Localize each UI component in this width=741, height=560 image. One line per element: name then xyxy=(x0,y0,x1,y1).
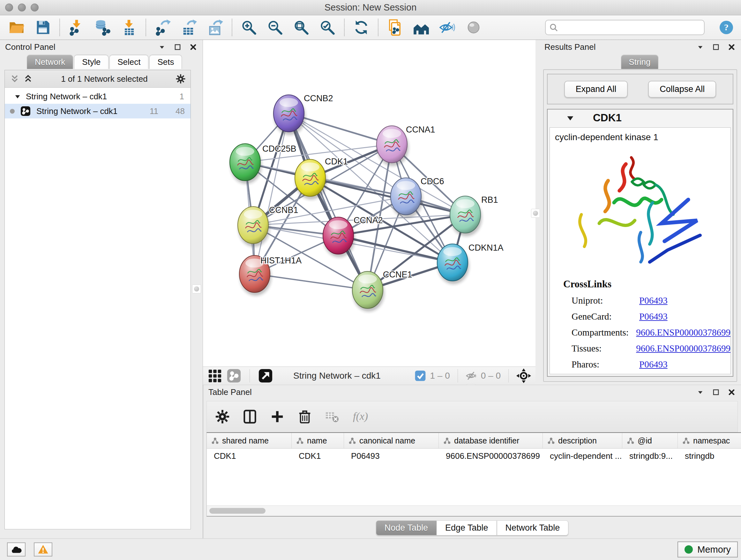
memory-button[interactable]: Memory xyxy=(677,542,738,557)
network-collection-row[interactable]: String Network – cdk1 1 xyxy=(5,88,191,104)
results-panel-minimize-icon[interactable] xyxy=(696,43,704,51)
table-cell[interactable]: cyclin-dependent ... xyxy=(543,451,622,461)
table-settings-icon[interactable] xyxy=(215,409,230,424)
minimize-window-button[interactable] xyxy=(18,3,26,11)
column-header-namespac[interactable]: namespac xyxy=(678,433,741,448)
tab-edge-table[interactable]: Edge Table xyxy=(436,520,497,536)
left-splitter-grip[interactable] xyxy=(192,285,201,294)
import-table-icon[interactable] xyxy=(121,19,137,36)
import-network-icon[interactable] xyxy=(68,19,85,36)
table-panel-float-icon[interactable] xyxy=(712,388,720,396)
hidden-eye-icon[interactable] xyxy=(466,370,477,381)
edge-CCNB2-HIST1H1A[interactable] xyxy=(255,113,289,274)
tree-expand-icon[interactable] xyxy=(14,93,21,100)
hide-selected-icon[interactable] xyxy=(439,19,456,36)
protein-section-header[interactable]: CDK1 xyxy=(548,110,733,126)
section-collapse-icon[interactable] xyxy=(566,114,575,122)
node-HIST1H1A[interactable]: HIST1H1A xyxy=(239,255,301,296)
search-input[interactable] xyxy=(558,22,701,33)
table-cell[interactable]: stringdb xyxy=(678,451,741,461)
share-view-icon[interactable] xyxy=(226,368,241,383)
zoom-in-icon[interactable] xyxy=(241,19,257,36)
column-header-description[interactable]: description xyxy=(543,433,622,448)
zoom-out-icon[interactable] xyxy=(267,19,283,36)
node-CCNE1[interactable]: CCNE1 xyxy=(352,270,412,312)
node-CCNA1[interactable]: CCNA1 xyxy=(377,125,435,166)
column-header--id[interactable]: @id xyxy=(622,433,678,448)
scrollbar-thumb[interactable] xyxy=(209,508,266,514)
navigator-icon[interactable] xyxy=(258,368,273,383)
string-home-icon[interactable] xyxy=(413,19,429,36)
crosslink-link[interactable]: P06493 xyxy=(639,308,668,324)
export-table-icon[interactable] xyxy=(181,19,197,36)
help-icon[interactable]: ? xyxy=(719,20,734,35)
control-panel-minimize-icon[interactable] xyxy=(158,43,166,51)
zoom-fit-icon[interactable] xyxy=(293,19,310,36)
crosslink-link[interactable]: 9606.ENSP00000378699 xyxy=(636,340,731,356)
warning-button[interactable] xyxy=(34,543,52,557)
node-CDC25B[interactable]: CDC25B xyxy=(230,144,296,184)
delete-column-icon[interactable] xyxy=(297,409,312,424)
refresh-view-icon[interactable] xyxy=(353,19,369,36)
column-header-name[interactable]: name xyxy=(292,433,344,448)
network-canvas[interactable]: CCNB2 CCNA1 CDC25B xyxy=(203,40,536,367)
fit-crosshair-icon[interactable] xyxy=(516,368,531,383)
table-panel-minimize-icon[interactable] xyxy=(696,388,704,396)
table-cell[interactable]: CDK1 xyxy=(292,451,344,461)
crosslink-link[interactable]: P06493 xyxy=(639,293,668,308)
crosslink-link[interactable]: P06493 xyxy=(639,356,668,372)
cloud-button[interactable] xyxy=(7,543,25,557)
zoom-window-button[interactable] xyxy=(30,3,39,11)
tab-node-table[interactable]: Node Table xyxy=(376,520,436,536)
node-CDK1[interactable]: CDK1 xyxy=(295,157,348,199)
grid-view-icon[interactable] xyxy=(207,368,222,383)
selected-checkbox-icon[interactable] xyxy=(414,370,426,381)
table-cell[interactable]: 9606.ENSP00000378699 xyxy=(439,451,543,461)
table-row[interactable]: CDK1CDK1P064939606.ENSP00000378699cyclin… xyxy=(207,449,741,463)
search-field[interactable] xyxy=(545,20,704,35)
network-options-gear-icon[interactable] xyxy=(176,74,185,84)
expand-all-networks-icon[interactable] xyxy=(23,74,33,84)
table-panel-close-icon[interactable] xyxy=(727,388,736,396)
import-database-icon[interactable] xyxy=(94,19,111,36)
node-CCNB2[interactable]: CCNB2 xyxy=(273,94,333,135)
node-CDKN1A[interactable]: CDKN1A xyxy=(437,243,503,284)
close-window-button[interactable] xyxy=(5,3,13,11)
expand-all-button[interactable]: Expand All xyxy=(564,81,628,98)
export-network-icon[interactable] xyxy=(154,19,171,36)
table-cell[interactable]: stringdb:9... xyxy=(622,451,678,461)
share-document-icon[interactable] xyxy=(387,19,403,36)
show-hidden-icon[interactable] xyxy=(465,19,482,36)
control-panel-close-icon[interactable] xyxy=(189,43,198,51)
network-list-box: 1 of 1 Network selected String Network –… xyxy=(4,70,191,530)
network-row-selected[interactable]: String Network – cdk1 11 48 xyxy=(5,104,191,118)
tab-style[interactable]: Style xyxy=(74,55,109,69)
node-RB1[interactable]: RB1 xyxy=(450,195,498,236)
zoom-selected-icon[interactable] xyxy=(319,19,336,36)
right-splitter-grip[interactable] xyxy=(531,209,540,218)
collapse-all-networks-icon[interactable] xyxy=(10,74,19,84)
add-column-icon[interactable] xyxy=(270,409,285,424)
results-panel-close-icon[interactable] xyxy=(727,43,736,51)
save-session-icon[interactable] xyxy=(35,19,51,36)
show-columns-icon[interactable] xyxy=(243,409,257,424)
table-horizontal-scrollbar[interactable] xyxy=(207,505,741,516)
column-header-database-identifier[interactable]: database identifier xyxy=(439,433,543,448)
tab-network-table[interactable]: Network Table xyxy=(497,520,569,536)
tab-string[interactable]: String xyxy=(621,55,659,69)
tab-sets[interactable]: Sets xyxy=(149,55,182,69)
column-header-shared-name[interactable]: shared name xyxy=(207,433,292,448)
edge-CCNA2-CDKN1A[interactable] xyxy=(338,236,453,262)
tab-network[interactable]: Network xyxy=(27,55,73,69)
results-panel-float-icon[interactable] xyxy=(712,43,720,51)
export-image-icon[interactable] xyxy=(207,19,223,36)
control-panel-float-icon[interactable] xyxy=(173,43,182,51)
table-cell[interactable]: P06493 xyxy=(344,451,439,461)
collapse-all-button[interactable]: Collapse All xyxy=(648,81,716,98)
column-header-canonical-name[interactable]: canonical name xyxy=(344,433,439,448)
table-cell[interactable]: CDK1 xyxy=(207,451,292,461)
tab-select[interactable]: Select xyxy=(110,55,148,69)
edge-HIST1H1A-CCNE1[interactable] xyxy=(255,274,367,290)
crosslink-link[interactable]: 9606.ENSP00000378699 xyxy=(636,324,731,340)
open-session-icon[interactable] xyxy=(8,19,25,36)
